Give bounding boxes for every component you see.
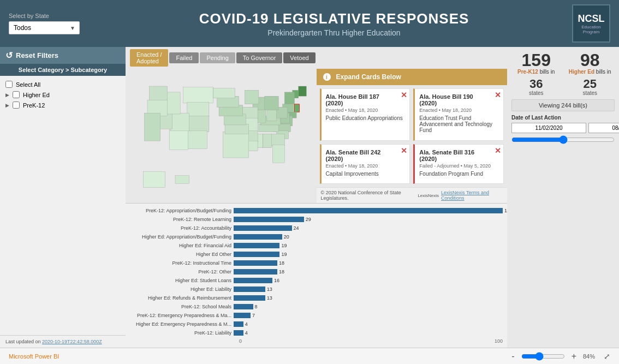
bar-track-1: 29 [234, 217, 503, 222]
checkbox-higher-ed[interactable] [13, 91, 20, 98]
bar-label-3: Higher Ed: Appropriation/Budget/Funding [130, 234, 234, 240]
filter-bar: ↺ Reset Filters [0, 47, 126, 64]
card-1-close[interactable]: ✕ [401, 91, 407, 99]
bar-label-12: PreK-12: Emergency Preparedness & Ma... [130, 313, 234, 318]
svg-rect-10 [271, 134, 284, 146]
svg-rect-1 [299, 86, 307, 96]
bar-row-12: PreK-12: Emergency Preparedness & Ma... … [130, 312, 503, 319]
bottom-bar: Microsoft Power BI - + 84% ⤢ [0, 348, 619, 364]
legend-bar: Enacted /Adopted Failed Pending To Gover… [126, 47, 507, 69]
bar-track-6: 18 [234, 260, 503, 266]
date-slider[interactable] [511, 135, 615, 144]
bar-value-13: 4 [243, 321, 248, 327]
bar-fill-4 [234, 243, 279, 248]
card-1: Ala. House Bill 187 (2020) Enacted • May… [320, 88, 410, 141]
card-2-status: Enacted • May 18, 2020 [419, 108, 499, 113]
date-start-input[interactable] [511, 123, 586, 133]
checkbox-select-all[interactable] [5, 81, 13, 88]
bar-fill-10 [234, 295, 265, 301]
bar-row-6: PreK-12: Instructional Time 18 [130, 259, 503, 267]
card-2: Ala. House Bill 190 (2020) Enacted • May… [413, 88, 504, 141]
bar-row-7: PreK-12: Other 18 [130, 268, 503, 276]
viewing-bar: Viewing 244 bill(s) [511, 99, 615, 111]
cat-item-higher-ed[interactable]: ▶ Higher Ed [5, 89, 120, 100]
bar-track-4: 19 [234, 243, 503, 248]
header: Select by State Todos COVID-19 LEGISLATI… [0, 0, 619, 47]
card-3-status: Enacted • May 18, 2020 [326, 163, 406, 169]
legend-enacted[interactable]: Enacted /Adopted [130, 49, 168, 67]
cat-label-select-all: Select All [16, 81, 40, 88]
svg-rect-43 [145, 113, 160, 141]
bar-label-13: Higher Ed: Emergency Preparedness & M... [130, 321, 234, 327]
bar-row-10: Higher Ed: Refunds & Reimbursement 13 [130, 294, 503, 302]
higher-ed-states-box: 25 states [566, 78, 615, 96]
checkbox-prek12[interactable] [13, 102, 20, 109]
higher-ed-label-text: Higher Ed [569, 69, 594, 75]
higher-ed-label: Higher Ed bills in [566, 69, 615, 75]
map-container[interactable] [126, 69, 317, 203]
expand-icon[interactable]: ⤢ [604, 352, 610, 361]
zoom-in-button[interactable]: + [569, 351, 579, 361]
last-updated-link[interactable]: 2020-10-19T22:42:58.000Z [42, 339, 102, 344]
zoom-level: 84% [583, 353, 595, 360]
state-select-wrapper[interactable]: Todos [9, 21, 80, 34]
bar-row-0: PreK-12: Appropriation/Budget/Funding 11… [130, 207, 503, 214]
reset-label: Reset Filters [16, 51, 58, 59]
svg-rect-37 [169, 130, 188, 150]
card-3-close[interactable]: ✕ [401, 147, 407, 154]
left-panel: ↺ Reset Filters Select Category > Subcat… [0, 47, 126, 348]
reset-filters-button[interactable]: ↺ Reset Filters [5, 50, 58, 61]
expand-arrow-higher-ed[interactable]: ▶ [5, 92, 9, 98]
bar-label-6: PreK-12: Instructional Time [130, 260, 234, 266]
zoom-controls: - + 84% ⤢ [509, 351, 610, 361]
legend-pending[interactable]: Pending [200, 52, 235, 63]
bar-row-11: PreK-12: School Meals 8 [130, 303, 503, 311]
bar-fill-5 [234, 252, 279, 257]
legend-failed[interactable]: Failed [169, 52, 199, 63]
svg-rect-41 [150, 86, 168, 101]
powerbi-link[interactable]: Microsoft Power BI [9, 353, 59, 360]
bar-fill-6 [234, 260, 277, 266]
card-3-desc: Capital Improvements [326, 171, 406, 177]
bar-track-12: 7 [234, 313, 503, 318]
cat-item-prek12[interactable]: ▶ PreK-12 [5, 100, 120, 110]
bar-value-12: 7 [251, 313, 255, 318]
card-4-close[interactable]: ✕ [495, 147, 501, 154]
terms-link[interactable]: LexisNexis Terms and Conditions [441, 190, 503, 201]
svg-rect-12 [263, 134, 271, 147]
prek12-states-label: states [511, 90, 561, 96]
bar-label-5: Higher Ed Other [130, 252, 234, 257]
prek12-count: 159 [511, 51, 561, 69]
bar-value-14: 4 [243, 330, 248, 336]
dashboard: Select by State Todos COVID-19 LEGISLATI… [0, 0, 619, 348]
prek12-label: Pre-K12 bills in [511, 69, 561, 75]
prek12-states: 36 [511, 78, 561, 90]
bar-track-9: 13 [234, 287, 503, 292]
expand-arrow-prek12[interactable]: ▶ [5, 103, 9, 108]
middle-panel: Enacted /Adopted Failed Pending To Gover… [126, 47, 507, 348]
bar-label-2: PreK-12: Accountability [130, 225, 234, 231]
legend-to-governor[interactable]: To Governor [236, 52, 283, 63]
bar-track-5: 19 [234, 252, 503, 257]
bar-label-1: PreK-12: Remote Learning [130, 217, 234, 222]
higher-ed-states: 25 [566, 78, 615, 90]
legend-vetoed[interactable]: Vetoed [283, 52, 315, 63]
header-center: COVID-19 LEGISLATIVE RESPONSES Prekinder… [96, 10, 572, 37]
cards-footer: © 2020 National Conference of State Legi… [317, 187, 508, 203]
bar-track-0: 111 [234, 208, 503, 213]
content-area: ↺ Reset Filters Select Category > Subcat… [0, 47, 619, 348]
bar-value-4: 19 [279, 243, 287, 248]
zoom-out-button[interactable]: - [509, 351, 516, 361]
cat-item-select-all[interactable]: Select All [5, 79, 120, 89]
date-end-input[interactable] [588, 123, 619, 133]
date-label: Date of Last Action [511, 115, 615, 121]
cards-grid: Ala. House Bill 187 (2020) Enacted • May… [317, 85, 508, 187]
footer-copyright: © 2020 National Conference of State Legi… [321, 190, 418, 201]
card-1-title: Ala. House Bill 187 (2020) [326, 93, 406, 106]
bar-label-7: PreK-12: Other [130, 269, 234, 275]
state-select[interactable]: Todos [9, 21, 80, 34]
date-section: Date of Last Action [511, 115, 615, 146]
zoom-slider[interactable] [521, 352, 565, 361]
card-2-close[interactable]: ✕ [495, 91, 501, 99]
category-list: Select All ▶ Higher Ed ▶ PreK-12 [0, 76, 126, 335]
